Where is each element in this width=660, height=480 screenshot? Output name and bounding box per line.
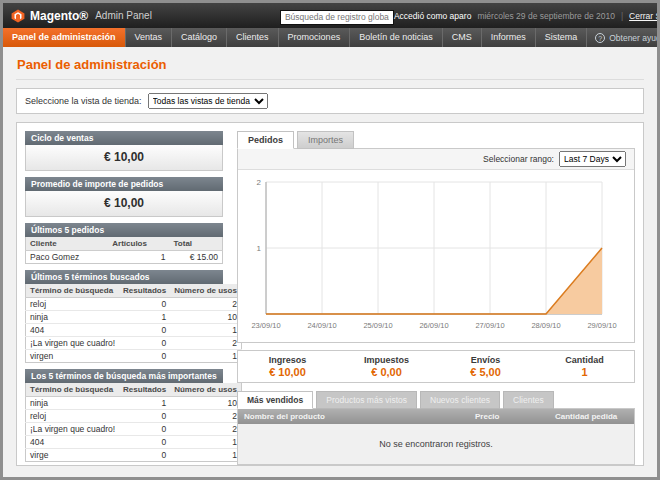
column-header: Término de búsqueda	[26, 383, 120, 397]
tab-pedidos[interactable]: Pedidos	[237, 131, 294, 149]
last-search-terms-title: Últimos 5 términos buscados	[25, 270, 223, 284]
svg-text:25/09/10: 25/09/10	[363, 321, 392, 330]
global-search	[280, 6, 394, 25]
average-orders-value: € 10,00	[25, 191, 223, 217]
nav-item-informes[interactable]: Informes	[482, 28, 536, 47]
column-header: Número de usos	[170, 284, 241, 298]
range-selector: Seleccionar rango: Last 7 Days	[238, 149, 634, 170]
dashboard: Ciclo de ventas € 10,00 Promedio de impo…	[16, 122, 644, 466]
table-row[interactable]: ninja 1 10	[26, 397, 242, 410]
column-header: Resultados	[119, 383, 170, 397]
svg-text:1: 1	[257, 244, 262, 253]
last-orders-box: Últimos 5 pedidos Cliente Artículos Tota…	[25, 223, 223, 264]
top-search-terms-title: Los 5 términos de búsqueda más important…	[25, 369, 223, 383]
last-orders-table: Cliente Artículos Total Paco Gomez 1 € 1…	[25, 237, 223, 264]
separator: |	[621, 11, 623, 21]
chart-box: Seleccionar rango: Last 7 Days 1223/09/1…	[237, 148, 635, 343]
nav-item-promociones[interactable]: Promociones	[279, 28, 351, 47]
nav-item-boletin[interactable]: Boletín de noticias	[350, 28, 443, 47]
svg-text:28/09/10: 28/09/10	[531, 321, 560, 330]
table-row[interactable]: ¡La virgen que cuadro! 0 2	[26, 337, 242, 350]
nav-item-clientes[interactable]: Clientes	[227, 28, 279, 47]
tab-clientes[interactable]: Clientes	[503, 391, 554, 409]
table-row[interactable]: 404 0 1	[26, 324, 242, 337]
global-search-input[interactable]	[280, 10, 394, 25]
store-view-select[interactable]: Todas las vistas de tienda	[148, 93, 268, 109]
stat-impuestos: Impuestos € 0,00	[337, 355, 436, 378]
products-table-box: Nombre del producto Precio Cantidad pedi…	[237, 408, 635, 465]
help-icon: ?	[595, 33, 605, 43]
table-row[interactable]: 404 0 1	[26, 436, 242, 449]
logo-text: Magento®	[30, 9, 88, 23]
lifetime-sales-value: € 10,00	[25, 145, 223, 171]
column-header: Número de usos	[170, 383, 241, 397]
last-search-terms-table: Término de búsqueda Resultados Número de…	[25, 284, 242, 363]
current-date: miércoles 29 de septiembre de 2010	[477, 11, 615, 21]
stat-envios: Envíos € 5,00	[436, 355, 535, 378]
stats-row: Ingresos € 10,00 Impuestos € 0,00 Envíos…	[237, 350, 635, 383]
tab-mas-vendidos[interactable]: Más vendidos	[237, 391, 313, 409]
column-header: Total	[170, 237, 223, 251]
table-row[interactable]: virge 0 1	[26, 449, 242, 462]
magento-admin-page: Magento® Admin Panel Accedió como aparo …	[3, 3, 657, 477]
dashboard-left-column: Ciclo de ventas € 10,00 Promedio de impo…	[25, 131, 223, 457]
tab-productos-mas-vistos[interactable]: Productos más vistos	[316, 391, 417, 409]
table-row[interactable]: reloj 0 2	[26, 410, 242, 423]
nav-item-dashboard[interactable]: Panel de administración	[3, 28, 126, 47]
products-tabs: Más vendidos Productos más vistos Nuevos…	[237, 391, 635, 409]
range-label: Seleccionar rango:	[483, 154, 554, 164]
magento-logo-icon	[11, 9, 25, 23]
logged-in-user: Accedió como aparo	[394, 11, 472, 21]
nav-item-sistema[interactable]: Sistema	[536, 28, 588, 47]
chart-wrap: 1223/09/1024/09/1025/09/1026/09/1027/09/…	[238, 170, 634, 342]
last-orders-title: Últimos 5 pedidos	[25, 223, 223, 237]
range-select[interactable]: Last 7 Days	[559, 151, 626, 167]
table-row[interactable]: ¡La virgen que cuadro! 0 2	[26, 423, 242, 436]
empty-message: No se encontraron registros.	[238, 424, 634, 464]
last-search-terms-box: Últimos 5 términos buscados Término de b…	[25, 270, 223, 363]
nav-item-cms[interactable]: CMS	[443, 28, 482, 47]
page-title: Panel de administración	[16, 53, 644, 80]
content-area: Panel de administración Seleccione la vi…	[3, 47, 657, 472]
column-header: Cantidad pedida	[549, 409, 634, 424]
tab-nuevos-clientes[interactable]: Nuevos clientes	[420, 391, 500, 409]
svg-text:2: 2	[257, 178, 262, 187]
average-orders-title: Promedio de importe de pedidos	[25, 177, 223, 191]
logo-subtitle: Admin Panel	[95, 10, 152, 21]
table-row[interactable]: ninja 1 10	[26, 311, 242, 324]
store-view-label: Seleccione la vista de tienda:	[25, 96, 142, 106]
top-search-terms-box: Los 5 términos de búsqueda más important…	[25, 369, 223, 462]
table-row[interactable]: Paco Gomez 1 € 15.00	[26, 251, 223, 264]
column-header: Nombre del producto	[238, 409, 469, 424]
header-bar: Magento® Admin Panel Accedió como aparo …	[3, 3, 657, 28]
store-view-switcher: Seleccione la vista de tienda: Todas las…	[16, 88, 644, 114]
lifetime-sales-box: Ciclo de ventas € 10,00	[25, 131, 223, 171]
table-row[interactable]: reloj 0 2	[26, 298, 242, 311]
column-header: Cliente	[26, 237, 109, 251]
svg-text:23/09/10: 23/09/10	[251, 321, 280, 330]
svg-text:26/09/10: 26/09/10	[419, 321, 448, 330]
column-header: Precio	[469, 409, 549, 424]
top-search-terms-table: Término de búsqueda Resultados Número de…	[25, 383, 242, 462]
svg-text:24/09/10: 24/09/10	[307, 321, 336, 330]
main-nav: Panel de administración Ventas Catálogo …	[3, 28, 657, 47]
stat-cantidad: Cantidad 1	[535, 355, 634, 378]
column-header: Artículos	[108, 237, 169, 251]
nav-item-catalogo[interactable]: Catálogo	[172, 28, 227, 47]
help-label: Obtener ayuda para esta página	[609, 33, 657, 43]
svg-text:29/09/10: 29/09/10	[587, 321, 616, 330]
column-header: Término de búsqueda	[26, 284, 120, 298]
logout-link[interactable]: Cerrar Sesión	[629, 11, 657, 21]
help-link[interactable]: ? Obtener ayuda para esta página	[587, 28, 657, 47]
table-row[interactable]: virgen 0 1	[26, 350, 242, 363]
tab-importes[interactable]: Importes	[297, 131, 354, 149]
stat-ingresos: Ingresos € 10,00	[238, 355, 337, 378]
orders-chart: 1223/09/1024/09/1025/09/1026/09/1027/09/…	[242, 174, 622, 338]
column-header: Resultados	[119, 284, 170, 298]
lifetime-sales-title: Ciclo de ventas	[25, 131, 223, 145]
dashboard-right-column: Pedidos Importes Seleccionar rango: Last…	[237, 131, 635, 457]
logo: Magento® Admin Panel	[11, 9, 152, 23]
average-orders-box: Promedio de importe de pedidos € 10,00	[25, 177, 223, 217]
nav-item-ventas[interactable]: Ventas	[126, 28, 173, 47]
chart-tabs: Pedidos Importes	[237, 131, 635, 149]
